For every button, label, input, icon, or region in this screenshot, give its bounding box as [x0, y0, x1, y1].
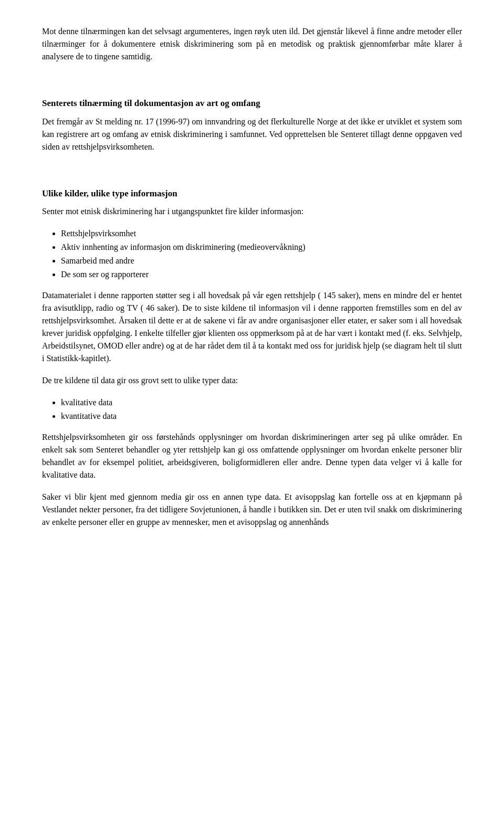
section1-p1: Det fremgår av St melding nr. 17 (1996-9… — [42, 115, 462, 153]
document-body: Mot denne tilnærmingen kan det selvsagt … — [42, 25, 462, 529]
list-item: Aktiv innhenting av informasjon om diskr… — [61, 241, 462, 254]
data-types-list: kvalitative data kvantitative data — [61, 396, 462, 423]
section2-p1: Senter mot etnisk diskriminering har i u… — [42, 205, 462, 218]
list-item: kvalitative data — [61, 396, 462, 409]
list-item: De som ser og rapporterer — [61, 268, 462, 281]
list-item: Rettshjelpsvirksomhet — [61, 227, 462, 240]
list-item: Samarbeid med andre — [61, 255, 462, 267]
sources-list: Rettshjelpsvirksomhet Aktiv innhenting a… — [61, 227, 462, 281]
list-item: kvantitative data — [61, 410, 462, 423]
section2-p2: Datamaterialet i denne rapporten støtter… — [42, 289, 462, 365]
intro-paragraph: Mot denne tilnærmingen kan det selvsagt … — [42, 25, 462, 63]
section2-p3: De tre kildene til data gir oss grovt se… — [42, 374, 462, 387]
section2-heading: Ulike kilder, ulike type informasjon — [42, 187, 462, 201]
section2-p5: Saker vi blir kjent med gjennom media gi… — [42, 491, 462, 529]
section2-p4: Rettshjelpsvirksomheten gir oss førstehå… — [42, 431, 462, 481]
section1-heading: Senterets tilnærming til dokumentasjon a… — [42, 97, 462, 110]
